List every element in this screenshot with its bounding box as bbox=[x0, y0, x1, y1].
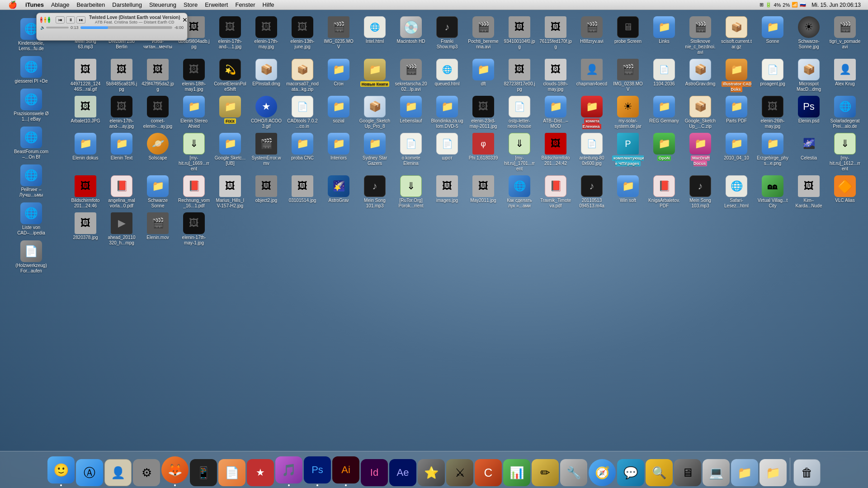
icon-comet-elenin-ay[interactable]: 🖼 comet-elenin-...ay.jpg bbox=[140, 94, 176, 131]
dock-star[interactable]: ⭐ bbox=[418, 459, 445, 486]
icon-elenin-17th-may1[interactable]: 🖼 elenin-17th-may-1.jpg bbox=[176, 211, 212, 248]
dock-sketch[interactable]: ✏ bbox=[532, 459, 559, 486]
menu-steuerung[interactable]: Steuerung bbox=[146, 0, 180, 10]
icon-elenin-17th-1[interactable]: 🖼 elenin-17th-and-...1.jpg bbox=[212, 14, 248, 57]
icon-solarladegerat[interactable]: 🌐 Solarladegerat Prei...alo.de bbox=[827, 94, 863, 131]
icon-dft[interactable]: 📁 dft bbox=[465, 57, 501, 94]
icon-elenin-stereo[interactable]: 📁 Elenin Stereo Ahied bbox=[176, 94, 212, 131]
dock-unknown1[interactable]: 📱 bbox=[190, 459, 217, 486]
icon-vlc-alias[interactable]: 🔶 VLC Alias bbox=[827, 174, 863, 211]
icon-cadtools[interactable]: 📄 CADtools 7.0.2 ...co.in bbox=[284, 94, 321, 131]
icon-elenin-mov[interactable]: 🎬 Elenin.mov bbox=[140, 211, 176, 248]
icon-elenin-18th[interactable]: 🖼 elenin-18th-may1.jpg bbox=[176, 57, 212, 94]
icon-sydney-star[interactable]: 📁 Sydney Star Gazers bbox=[357, 131, 393, 174]
icon-komplektuyushie[interactable]: P комплектующие ЧПУ.pages bbox=[610, 131, 646, 174]
icon-marius-hills[interactable]: 🖼 Marius_Hills_I V-157-H2.jpg bbox=[212, 174, 248, 211]
dock-corel[interactable]: C bbox=[475, 459, 502, 486]
icon-reg-germany[interactable]: 📁 REG Germany bbox=[646, 94, 682, 131]
icon-safari-lesez[interactable]: 🌐 Safari-Lesez...html bbox=[718, 174, 755, 211]
dock-adobe-indesign[interactable]: Id bbox=[361, 459, 388, 486]
dock-contacts[interactable]: 👤 bbox=[104, 459, 132, 486]
icon-h88zryv[interactable]: 🎬 H88zryv.avi bbox=[574, 14, 610, 57]
icon-macintosh-hd[interactable]: 💿 Macintosh HD bbox=[393, 14, 429, 57]
icon-44971228[interactable]: 🖼 44971228_12446S...ral.gif bbox=[67, 57, 104, 94]
dock-game[interactable]: ⚔ bbox=[446, 459, 473, 486]
icon-elenin-psd[interactable]: Ps Elenin.psd bbox=[791, 94, 827, 131]
icon-sekretarscha[interactable]: 🎬 sekretarscha.2002...lp.avi bbox=[393, 57, 429, 94]
icon-travnik[interactable]: 📕 Travnik_Timoteva.pdf bbox=[538, 174, 574, 211]
icon-429f47[interactable]: 🖼 429f47f95da2.jpg bbox=[140, 57, 176, 94]
icon-pochti[interactable]: 🎬 Pochti_beremenna.avi bbox=[465, 14, 501, 57]
icon-probe-screen[interactable]: 🖥 probe Screen bbox=[610, 14, 646, 57]
dock-unknown11[interactable]: 💻 bbox=[703, 459, 730, 486]
menu-itunes[interactable]: iTunes bbox=[22, 0, 47, 10]
icon-sohol-ascoo[interactable]: ★ СОНОЛ АСОО 3.gif bbox=[248, 94, 284, 131]
icon-parts-pdf[interactable]: 📁 Parts PDF bbox=[718, 94, 755, 131]
icon-elenin-13th[interactable]: 🖼 elenin-13th-june.jpg bbox=[284, 14, 321, 57]
icon-shrot[interactable]: 📄 шрот bbox=[429, 131, 465, 174]
icon-proagent[interactable]: 📄 proagent.jpg bbox=[755, 57, 791, 94]
icon-schwarze-sonne-folder[interactable]: 📁 Schwarze Sonne bbox=[140, 174, 176, 211]
dock-firefox[interactable]: 🦊 bbox=[161, 456, 189, 486]
dock-preview[interactable]: 📄 bbox=[218, 459, 245, 486]
icon-stolknovenie[interactable]: 🎬 Stolknove nie_c_bezdnoi.avi bbox=[682, 14, 718, 57]
menu-erweitert[interactable]: Erweitert bbox=[201, 0, 231, 10]
icon-arbalet10[interactable]: 🖼 Arbalet10.JPG bbox=[67, 94, 104, 131]
menu-darstellung[interactable]: Darstellung bbox=[108, 0, 146, 10]
icon-kim-karda[interactable]: 🖼 Kim–Karda...Nude bbox=[791, 174, 827, 211]
menu-bearbeiten[interactable]: Bearbeiten bbox=[73, 0, 108, 10]
icon-interiors[interactable]: 📁 Interiors bbox=[321, 131, 357, 174]
icon-chapman4oecd[interactable]: 👤 chapman4oecd bbox=[574, 57, 610, 94]
icon-934100[interactable]: 🖼 934100104f0.jpg bbox=[501, 14, 538, 57]
icon-img0238[interactable]: 🎬 IMG_0238.MOV bbox=[610, 57, 646, 94]
itunes-next-button[interactable]: ⏭ bbox=[76, 16, 85, 23]
left-icon-5[interactable]: 🌐 Liste von CAD–...ipedia bbox=[2, 201, 61, 238]
icon-elenin-dokus[interactable]: 📁 Elenin dokus bbox=[67, 131, 104, 174]
icon-scisoft[interactable]: 📦 scisoft.current.tar.gz bbox=[718, 14, 755, 57]
dock-unknown10[interactable]: 🖥 bbox=[674, 459, 701, 486]
icon-epinstall[interactable]: 📦 EPInstall.dmg bbox=[248, 57, 284, 94]
left-icon-4[interactable]: 🌐 Рейтинг – Лучш...ьмы bbox=[2, 163, 61, 200]
icon-images-jpg[interactable]: 🖼 images.jpg bbox=[429, 174, 465, 211]
icon-elenin-17th-may[interactable]: 🖼 elenin-17th-may.jpg bbox=[248, 14, 284, 57]
icon-systemerror-wmv[interactable]: 🎬 SystemError.wmv bbox=[248, 131, 284, 174]
dock-safari[interactable]: 🧭 bbox=[589, 459, 616, 486]
dock-adobe-ps-red[interactable]: ★ bbox=[247, 459, 274, 486]
icon-franki-show[interactable]: ♪ Franki Show.mp3 bbox=[429, 14, 465, 57]
icon-mein-song-103[interactable]: ♪ Mein Song 103.mp3 bbox=[682, 174, 718, 211]
icon-2010-04-10[interactable]: 📁 2010_04_10 bbox=[718, 131, 755, 174]
icon-schwarze-sonne[interactable]: ☀ Schwarze-Sonne.jpg bbox=[791, 14, 827, 57]
icon-rutor[interactable]: ⇓ [RuTor.Org] Porok...rrent bbox=[393, 174, 429, 211]
icon-lebenslauf[interactable]: 📁 Lebenslauf bbox=[393, 94, 429, 131]
dock-unknown9[interactable]: 🔍 bbox=[646, 459, 673, 486]
icon-phi[interactable]: φ Phi 1,6180339 bbox=[465, 131, 501, 174]
itunes-volume-bar[interactable] bbox=[46, 27, 69, 28]
icon-2820378[interactable]: 🖼 2820378.jpg bbox=[67, 211, 104, 248]
icon-macdraft[interactable]: 📁 MacDraft Docus bbox=[682, 131, 718, 174]
icon-atb-dist-mod[interactable]: 📁 ATB–Dist...–MOD bbox=[538, 94, 574, 131]
itunes-prev-button[interactable]: ⏮ bbox=[56, 16, 65, 23]
icon-bildschirmfoto-2446[interactable]: 🖼 Bildschirmfoto 201...24:46 bbox=[67, 174, 104, 211]
icon-elenin-17th-and[interactable]: 🖼 elenin-17th-and-...ay.jpg bbox=[104, 94, 140, 131]
icon-google-sketchup-pro8[interactable]: 📦 Google_SketchUp_Pro_8 bbox=[357, 94, 393, 131]
dock-tool[interactable]: 🔧 bbox=[560, 459, 587, 486]
icon-opon[interactable]: 📁 OpoN bbox=[646, 131, 682, 174]
menu-fenster[interactable]: Fenster bbox=[231, 0, 259, 10]
menu-ablage[interactable]: Ablage bbox=[47, 0, 73, 10]
icon-ostp-letter[interactable]: 📄 ostp-letter-neos-house bbox=[501, 94, 538, 131]
icon-elenin-text[interactable]: 📁 Elenin Text bbox=[104, 131, 140, 174]
apple-menu[interactable]: 🍎 bbox=[4, 0, 22, 10]
icon-alex-krug[interactable]: 👤 Alex Krug bbox=[827, 57, 863, 94]
icon-827238[interactable]: 🖼 827238f17e00.jpg bbox=[501, 57, 538, 94]
icon-erzgebirge[interactable]: 📁 Erzgebirge_phys...e.png bbox=[755, 131, 791, 174]
icon-bildschirmfoto-2442[interactable]: 🖼 Bildschirmfoto 201...24:42 bbox=[538, 131, 574, 174]
icon-5b8485[interactable]: 🖼 5b8485ca81f6.jpg bbox=[104, 57, 140, 94]
icon-may2011[interactable]: 🖼 May2011.jpg bbox=[465, 174, 501, 211]
left-icon-6[interactable]: 📄 (Holzwerkzeug) For...aufen bbox=[2, 239, 61, 276]
dock-adobe-photoshop[interactable]: Ps bbox=[304, 456, 331, 486]
icon-illustrator-cad[interactable]: 📁 Illustrator CAD Doks bbox=[718, 57, 755, 94]
dock-finder[interactable]: 🙂 bbox=[47, 456, 75, 486]
icon-cgon[interactable]: 📁 Сгон bbox=[321, 57, 357, 94]
itunes-close-x[interactable]: ✕ bbox=[182, 16, 188, 23]
dock-appstore[interactable]: Ⓐ bbox=[76, 459, 103, 486]
